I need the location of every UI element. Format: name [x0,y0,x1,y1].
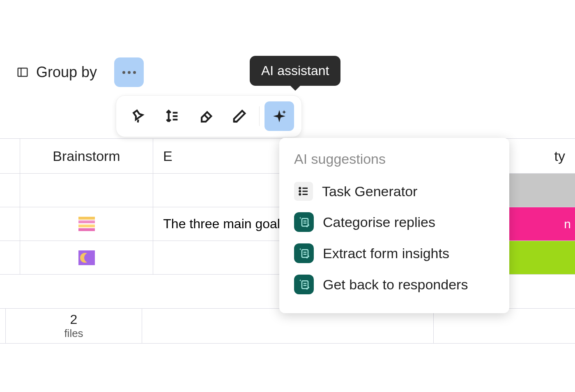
svg-rect-20 [302,281,308,289]
cell-brainstorm[interactable] [20,174,153,207]
svg-rect-17 [302,250,308,257]
sparkle-icon [271,108,288,124]
summary-empty-right [434,309,575,343]
svg-point-9 [299,191,301,192]
erase-button[interactable] [191,101,221,131]
ai-form-icon [294,212,314,232]
dropdown-item-label: Get back to responders [323,277,468,293]
ai-form-icon [294,243,314,263]
list-icon [294,182,313,201]
svg-rect-14 [302,218,308,226]
ai-assistant-tooltip: AI assistant [250,56,340,86]
summary-files: 2 files [6,309,142,343]
pin-icon [130,108,147,124]
edit-button[interactable] [225,101,254,131]
ai-suggestions-dropdown: AI suggestions Task Generator Cate [279,138,509,313]
row-handle[interactable] [0,241,20,274]
summary-count: 2 [70,312,78,327]
group-by-icon [16,66,29,78]
sort-button[interactable] [157,101,187,131]
erase-icon [198,108,214,124]
svg-line-6 [205,115,209,119]
svg-line-2 [137,119,140,122]
ellipsis-icon [122,71,136,74]
dropdown-item-label: Extract form insights [323,245,449,261]
dropdown-item-label: Categorise replies [323,214,435,230]
edit-icon [231,108,248,124]
dropdown-item-label: Task Generator [322,183,417,199]
dropdown-item-task-generator[interactable]: Task Generator [279,176,509,206]
dropdown-item-categorise[interactable]: Categorise replies [279,206,509,238]
svg-rect-0 [18,68,28,76]
summary-label: files [64,327,83,340]
cell-brainstorm[interactable] [20,241,153,274]
brainstorm-thumbnail-stripes [78,217,95,232]
pin-button[interactable] [124,101,153,131]
header-row: Group by [16,57,144,87]
group-by-label[interactable]: Group by [36,64,97,81]
toolbar-separator [259,106,260,126]
cell-brainstorm[interactable] [20,207,153,241]
svg-point-8 [299,188,301,189]
dropdown-item-extract[interactable]: Extract form insights [279,238,509,269]
table-summary-row: 2 files [0,308,575,344]
row-handle-header [0,139,20,173]
summary-empty [142,309,434,343]
ai-assistant-button[interactable] [264,101,294,131]
row-handle[interactable] [0,207,20,241]
ai-form-icon [294,275,314,294]
summary-handle [0,309,6,343]
sort-icon [164,108,180,124]
svg-point-10 [299,194,301,195]
dropdown-item-get-back[interactable]: Get back to responders [279,269,509,300]
brainstorm-thumbnail-moon [78,250,95,265]
dropdown-header: AI suggestions [279,151,509,176]
more-options-button[interactable] [114,57,144,87]
column-toolbar [116,95,302,137]
row-handle[interactable] [0,174,20,207]
column-header-brainstorm[interactable]: Brainstorm [20,139,153,173]
